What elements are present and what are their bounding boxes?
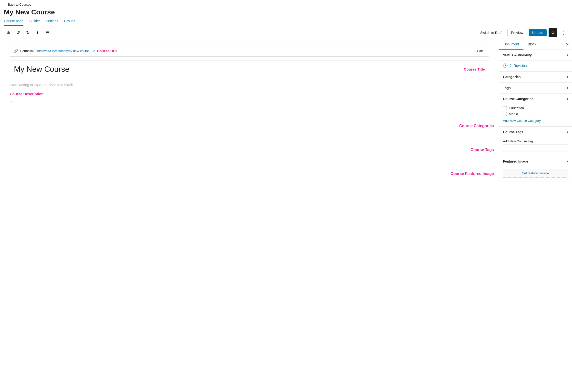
permalink-edit-button[interactable]: Edit xyxy=(475,48,485,54)
set-featured-image-button[interactable]: Set featured image xyxy=(503,169,568,178)
featured-image-chevron: ▴ xyxy=(567,160,568,163)
course-url-annotation: Course URL xyxy=(97,49,118,53)
course-categories-body: Education Media Add New Course Category xyxy=(499,104,572,126)
category-education-label[interactable]: Education xyxy=(509,106,524,110)
tags-header[interactable]: Tags ▾ xyxy=(499,82,572,93)
page-title: My New Course xyxy=(4,8,568,16)
add-icon: ⊕ xyxy=(7,30,10,35)
editor-area: 🔗 Permalink: https://ld3.fly/courses/my-… xyxy=(0,39,499,392)
add-course-tag-label: Add New Course Tag xyxy=(503,139,568,143)
course-title-annotation: Course Title xyxy=(464,67,485,71)
more-options-button[interactable]: ⋮ xyxy=(559,28,568,37)
add-course-category-link[interactable]: Add New Course Category xyxy=(503,119,541,123)
nav-tabs: Course page Builder Settings Groups xyxy=(4,19,568,26)
revisions-section: 🕐 2 Revisions xyxy=(499,61,572,71)
link-icon: 🔗 xyxy=(14,49,18,53)
category-media: Media xyxy=(503,112,568,116)
featured-image-header[interactable]: Featured Image ▴ xyxy=(499,156,572,167)
placeholder-row-3: ... ... ... xyxy=(10,110,489,114)
course-featured-image-region: Course Featured Image xyxy=(10,172,489,176)
tab-settings[interactable]: Settings xyxy=(46,19,58,26)
status-visibility-chevron: ▾ xyxy=(567,53,568,57)
back-to-courses-link[interactable]: ← Back to Courses xyxy=(4,3,31,6)
info-icon: ℹ xyxy=(37,30,39,35)
course-title-input[interactable] xyxy=(14,65,457,74)
add-block-button[interactable]: ⊕ xyxy=(4,28,13,37)
course-tag-input[interactable] xyxy=(503,145,568,152)
status-visibility-header[interactable]: Status & Visibility ▾ xyxy=(499,50,572,61)
list-view-button[interactable]: ☰ xyxy=(43,28,52,37)
sidebar-header: Document Block ✕ xyxy=(499,39,572,50)
list-icon: ☰ xyxy=(45,30,49,35)
permalink-bar: 🔗 Permalink: https://ld3.fly/courses/my-… xyxy=(10,45,489,57)
revisions-count: 2 xyxy=(510,64,512,68)
featured-image-body: Set featured image xyxy=(499,167,572,182)
sidebar-tab-document[interactable]: Document xyxy=(499,39,524,49)
permalink-label: Permalink: xyxy=(20,49,35,53)
sidebar: Document Block ✕ Status & Visibility ▾ 🕐… xyxy=(499,39,572,392)
revisions-row[interactable]: 🕐 2 Revisions xyxy=(499,61,572,71)
tags-title: Tags xyxy=(503,86,511,90)
write-placeholder: Start writing or type / to choose a bloc… xyxy=(10,83,489,87)
featured-image-section: Featured Image ▴ Set featured image xyxy=(499,156,572,182)
info-button[interactable]: ℹ xyxy=(33,28,42,37)
placeholder-row-2: ... ... xyxy=(10,104,489,108)
tags-section: Tags ▾ xyxy=(499,82,572,94)
course-tags-title: Course Tags xyxy=(503,130,524,134)
preview-button[interactable]: Preview xyxy=(507,29,527,36)
update-button[interactable]: Update xyxy=(529,29,547,36)
category-education: Education xyxy=(503,106,568,110)
permalink-url[interactable]: https://ld3.fly/courses/my-new-course/ xyxy=(37,49,90,53)
revisions-label: Revisions xyxy=(514,64,529,68)
status-visibility-title: Status & Visibility xyxy=(503,53,532,57)
category-media-checkbox[interactable] xyxy=(503,112,507,116)
course-tags-body: Add New Course Tag xyxy=(499,137,572,156)
undo-button[interactable]: ↺ xyxy=(14,28,22,37)
category-media-label[interactable]: Media xyxy=(509,112,518,116)
editor-toolbar: ⊕ ↺ ↻ ℹ ☰ Switch to Draft Preview Update… xyxy=(0,26,572,39)
redo-button[interactable]: ↻ xyxy=(23,28,32,37)
sidebar-tab-block[interactable]: Block xyxy=(524,39,540,49)
status-visibility-section: Status & Visibility ▾ xyxy=(499,50,572,61)
course-categories-annotation: Course Categories xyxy=(10,124,494,128)
revisions-clock-icon: 🕐 xyxy=(503,63,508,68)
switch-to-draft-button[interactable]: Switch to Draft xyxy=(477,29,505,36)
tab-builder[interactable]: Builder xyxy=(29,19,40,26)
redo-icon: ↻ xyxy=(26,30,30,35)
top-nav: ← Back to Courses My New Course Course p… xyxy=(0,0,572,26)
toolbar-left: ⊕ ↺ ↻ ℹ ☰ xyxy=(4,28,475,37)
undo-icon: ↺ xyxy=(16,30,20,35)
course-categories-chevron: ▴ xyxy=(567,97,568,100)
course-categories-header[interactable]: Course Categories ▴ xyxy=(499,94,572,104)
course-categories-section: Course Categories ▴ Education Media Add … xyxy=(499,94,572,127)
featured-image-title: Featured Image xyxy=(503,159,528,163)
tags-chevron: ▾ xyxy=(567,86,568,90)
course-tags-section: Course Tags ▴ Add New Course Tag xyxy=(499,127,572,156)
categories-section: Categories ▾ xyxy=(499,71,572,82)
course-tags-region: Course Tags xyxy=(10,148,489,152)
course-tags-header[interactable]: Course Tags ▴ xyxy=(499,127,572,137)
tab-groups[interactable]: Groups xyxy=(64,19,75,26)
external-link-icon: ↗ xyxy=(93,49,95,53)
course-tags-chevron: ▴ xyxy=(567,130,568,134)
course-tags-annotation: Course Tags xyxy=(10,148,494,152)
course-description-annotation: Course Description xyxy=(10,92,489,96)
categories-title: Categories xyxy=(503,75,521,79)
course-featured-annotation: Course Featured Image xyxy=(10,172,494,176)
settings-gear-button[interactable]: ⚙ xyxy=(549,28,557,37)
course-categories-title: Course Categories xyxy=(503,97,533,101)
categories-chevron: ▾ xyxy=(567,75,568,79)
gear-icon: ⚙ xyxy=(551,31,555,35)
more-icon: ⋮ xyxy=(561,30,566,35)
sidebar-close-button[interactable]: ✕ xyxy=(562,40,572,49)
category-education-checkbox[interactable] xyxy=(503,106,507,110)
course-categories-region: Course Categories xyxy=(10,124,489,128)
toolbar-right: Switch to Draft Preview Update ⚙ ⋮ xyxy=(477,28,568,37)
main-layout: 🔗 Permalink: https://ld3.fly/courses/my-… xyxy=(0,39,572,392)
placeholder-row-1: ... xyxy=(10,98,489,102)
title-block: Course Title xyxy=(10,61,489,78)
tab-course-page[interactable]: Course page xyxy=(4,19,23,26)
categories-header[interactable]: Categories ▾ xyxy=(499,71,572,82)
